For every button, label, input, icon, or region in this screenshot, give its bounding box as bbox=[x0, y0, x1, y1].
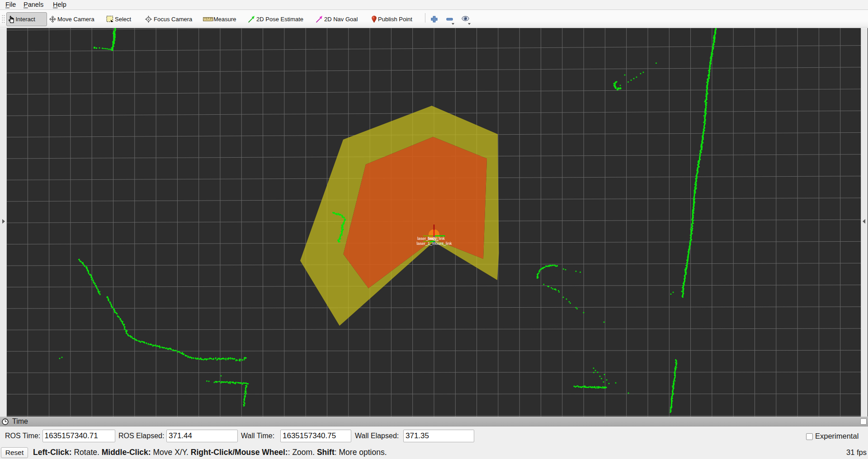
svg-text:body_link: body_link bbox=[428, 236, 445, 241]
svg-text:laser_1_mount_link: laser_1_mount_link bbox=[417, 241, 453, 246]
